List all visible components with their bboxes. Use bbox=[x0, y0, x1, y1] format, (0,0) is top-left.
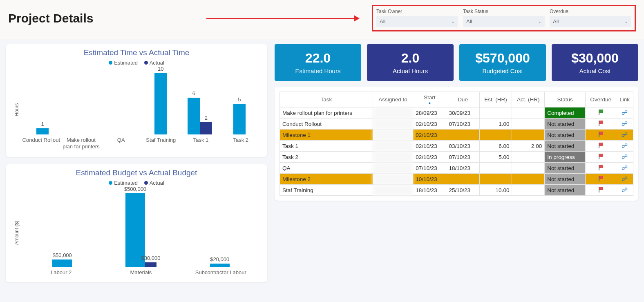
link-icon[interactable]: ☍ bbox=[622, 175, 628, 183]
bar-group[interactable]: $500,000$30,000 bbox=[102, 193, 181, 267]
cell-est bbox=[479, 163, 512, 174]
budget-chart[interactable]: Amount ($) $50,000$500,000$30,000$20,000… bbox=[12, 189, 261, 276]
bar-group[interactable]: 1 bbox=[23, 128, 62, 134]
cell-assigned bbox=[373, 107, 413, 119]
link-icon[interactable]: ☍ bbox=[622, 164, 628, 172]
select-value: All bbox=[466, 18, 472, 25]
flag-icon bbox=[598, 176, 604, 181]
cell-assigned bbox=[373, 130, 413, 141]
bar-value-label: 1 bbox=[41, 121, 44, 127]
kpi-label: Actual Cost bbox=[556, 67, 634, 74]
bar-value-label: $500,000 bbox=[124, 186, 146, 192]
column-header[interactable]: Link bbox=[616, 92, 633, 107]
y-axis-label: Amount ($) bbox=[12, 189, 21, 276]
column-header[interactable]: Status bbox=[545, 92, 586, 107]
cell-assigned bbox=[373, 141, 413, 152]
page-title: Project Details bbox=[8, 11, 93, 25]
bar-group[interactable]: 62 bbox=[180, 98, 219, 134]
table-row[interactable]: Milestone 102/10/23Not started☍ bbox=[280, 130, 633, 141]
cell-act: 2.00 bbox=[512, 141, 545, 152]
task-owner-select[interactable]: All ⌄ bbox=[376, 16, 458, 27]
bar[interactable]: $20,000 bbox=[210, 264, 230, 266]
column-header[interactable]: Assigned to bbox=[373, 92, 413, 107]
table-row[interactable]: Staf Training18/10/2325/10/2310.00Not st… bbox=[280, 185, 633, 196]
cell-start: 02/10/23 bbox=[413, 141, 446, 152]
chart-legend: Estimated Actual bbox=[12, 180, 261, 186]
cell-start: 02/10/23 bbox=[413, 130, 446, 141]
overdue-select[interactable]: All ⌄ bbox=[550, 16, 631, 27]
cell-link: ☍ bbox=[616, 163, 633, 174]
filter-task-status: Task Status All ⌄ bbox=[463, 9, 545, 27]
bar[interactable]: $50,000 bbox=[52, 259, 72, 267]
cell-due: 18/10/23 bbox=[446, 163, 479, 174]
bar-group[interactable]: 10 bbox=[141, 73, 180, 134]
cell-task: Task 1 bbox=[280, 141, 373, 152]
bar[interactable]: $30,000 bbox=[145, 262, 157, 267]
column-header[interactable]: Est. (HR) bbox=[479, 92, 512, 107]
chevron-down-icon: ⌄ bbox=[451, 19, 455, 24]
cell-link: ☍ bbox=[616, 141, 633, 152]
bar[interactable]: 10 bbox=[154, 73, 167, 134]
link-icon[interactable]: ☍ bbox=[622, 120, 628, 128]
column-header[interactable]: Task bbox=[280, 92, 373, 107]
table-row[interactable]: Task 202/10/2307/10/235.00In progress☍ bbox=[280, 152, 633, 163]
select-value: All bbox=[553, 18, 559, 25]
task-status-select[interactable]: All ⌄ bbox=[463, 16, 545, 27]
legend-estimated[interactable]: Estimated bbox=[109, 180, 138, 186]
kpi-card[interactable]: 2.0Actual Hours bbox=[367, 44, 454, 81]
y-axis-label: Hours bbox=[12, 69, 21, 150]
link-icon[interactable]: ☍ bbox=[622, 109, 628, 116]
table-row[interactable]: QA07/10/2318/10/23Not started☍ bbox=[280, 163, 633, 174]
right-column: 22.0Estimated Hours2.0Actual Hours$570,0… bbox=[275, 44, 638, 282]
cell-assigned bbox=[373, 163, 413, 174]
column-header[interactable]: Act. (HR) bbox=[512, 92, 545, 107]
cell-task: Make rollout plan for printers bbox=[280, 107, 373, 119]
cell-act bbox=[512, 152, 545, 163]
table-row[interactable]: Task 102/10/2303/10/236.002.00Not starte… bbox=[280, 141, 633, 152]
cell-task: Staf Training bbox=[280, 185, 373, 196]
x-axis-label: Make rollout plan for printers bbox=[61, 137, 101, 150]
column-header[interactable]: Overdue bbox=[585, 92, 616, 107]
table-row[interactable]: Make rollout plan for printers28/09/2330… bbox=[280, 107, 633, 119]
cell-est bbox=[479, 107, 512, 119]
cell-due bbox=[446, 130, 479, 141]
bar[interactable]: 2 bbox=[200, 122, 212, 134]
filter-container: Task Owner All ⌄ Task Status All ⌄ Overd… bbox=[372, 5, 636, 31]
x-axis-label: QA bbox=[101, 137, 141, 150]
column-header[interactable]: Start bbox=[413, 92, 446, 107]
table-row[interactable]: Conduct Rollout02/10/2307/10/231.00Not s… bbox=[280, 119, 633, 130]
cell-due: 25/10/23 bbox=[446, 185, 479, 196]
cell-assigned bbox=[373, 185, 413, 196]
cell-status: Not started bbox=[545, 163, 586, 174]
kpi-card[interactable]: $570,000Budgeted Cost bbox=[459, 44, 546, 81]
cell-start: 07/10/23 bbox=[413, 163, 446, 174]
kpi-value: 22.0 bbox=[279, 51, 357, 66]
bar-group[interactable]: $20,000 bbox=[180, 264, 259, 266]
link-icon[interactable]: ☍ bbox=[622, 186, 628, 194]
bar-group[interactable]: 5 bbox=[220, 104, 259, 134]
link-icon[interactable]: ☍ bbox=[622, 153, 628, 161]
cell-task: QA bbox=[280, 163, 373, 174]
bar[interactable]: 5 bbox=[233, 104, 246, 134]
time-chart[interactable]: Hours 110625 Conduct RolloutMake rollout… bbox=[12, 69, 261, 150]
flag-icon bbox=[598, 187, 604, 192]
legend-actual[interactable]: Actual bbox=[144, 60, 164, 66]
filter-overdue: Overdue All ⌄ bbox=[550, 9, 631, 27]
bar-group[interactable]: $50,000 bbox=[23, 259, 102, 267]
cell-link: ☍ bbox=[616, 119, 633, 130]
kpi-card[interactable]: 22.0Estimated Hours bbox=[275, 44, 361, 81]
legend-estimated[interactable]: Estimated bbox=[109, 60, 138, 66]
legend-actual[interactable]: Actual bbox=[144, 180, 164, 186]
x-axis-label: Labour 2 bbox=[21, 269, 101, 276]
table-row[interactable]: Milestone 210/10/23Not started☍ bbox=[280, 174, 633, 185]
kpi-card[interactable]: $30,000Actual Cost bbox=[552, 44, 638, 81]
cell-due: 07/10/23 bbox=[446, 152, 479, 163]
link-icon[interactable]: ☍ bbox=[622, 142, 628, 150]
bar[interactable]: 6 bbox=[188, 98, 200, 134]
link-icon[interactable]: ☍ bbox=[622, 131, 628, 139]
column-header[interactable]: Due bbox=[446, 92, 479, 107]
cell-start: 18/10/23 bbox=[413, 185, 446, 196]
bar[interactable]: 1 bbox=[36, 128, 49, 134]
task-table[interactable]: TaskAssigned toStartDueEst. (HR)Act. (HR… bbox=[280, 92, 633, 196]
cell-due: 30/09/23 bbox=[446, 107, 479, 119]
